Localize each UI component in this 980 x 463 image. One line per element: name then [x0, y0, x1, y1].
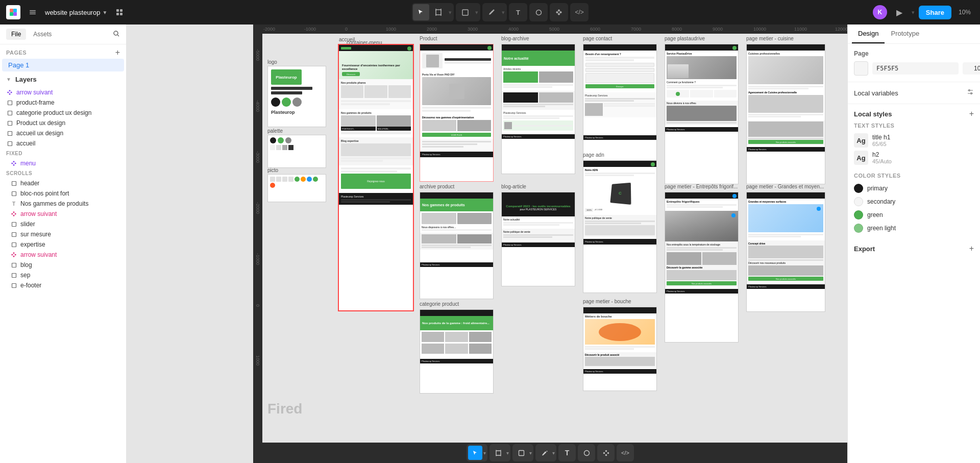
blog-article-label: blog-article — [501, 184, 526, 189]
canvas[interactable]: -2000 -1000 0 1000 2000 3000 4000 5000 6… — [127, 25, 847, 463]
page-metier-cuisine-frame[interactable]: Cuisines professionnelles Agencement de … — [746, 44, 825, 184]
svg-rect-2 — [10, 12, 13, 16]
archive-product-frame[interactable]: Nos gammes de produits Nous disposons à … — [420, 192, 494, 299]
page-opacity-input[interactable] — [963, 62, 980, 75]
layer-name: bloc-nos point fort — [20, 190, 69, 197]
tab-prototype[interactable]: Prototype — [885, 25, 925, 43]
text-icon: T — [10, 200, 17, 207]
layer-name: sep — [20, 272, 30, 279]
canvas-viewport[interactable]: Fired container-menu logo Plasteurop — [262, 34, 847, 443]
pages-title: Pages — [6, 50, 27, 56]
rect-tool-btn[interactable] — [514, 446, 528, 460]
layer-categorie-product[interactable]: categorie product ux design — [0, 108, 126, 118]
picto-frame[interactable] — [267, 174, 326, 202]
play-button[interactable]: ▶ — [891, 4, 908, 20]
blog-article-frame[interactable]: Comparatif 2023 : les outils incontourna… — [501, 192, 575, 286]
rect-tool[interactable] — [457, 4, 473, 20]
layer-nos-gammes[interactable]: T Nos gammes de produits — [0, 199, 126, 209]
layers-collapse[interactable]: ▼ — [6, 77, 11, 82]
frame-icon — [10, 282, 17, 289]
components-tool-btn[interactable] — [599, 446, 613, 460]
page-adn-frame[interactable]: Notre ADN C 100% — [583, 160, 657, 293]
picto-frame-group: picto — [267, 167, 326, 202]
page-metier-bouche-frame[interactable]: Métiers de bouche Découvrir le produit a… — [583, 307, 657, 391]
frame-tool-btn[interactable] — [491, 446, 505, 460]
layer-arrow-3[interactable]: arrow suivant — [0, 250, 126, 260]
text-style-info-h2: h2 45/Auto — [872, 151, 974, 164]
page-metier-grandes-frame[interactable]: Grandes et moyennes surfaces Concept dri… — [746, 192, 825, 312]
add-page-button[interactable]: + — [115, 48, 120, 57]
svg-rect-24 — [8, 131, 12, 135]
cursor-tool-btn[interactable] — [468, 446, 482, 460]
svg-text:0: 0 — [255, 304, 260, 307]
layout-toggle[interactable] — [111, 4, 128, 20]
logo-frame[interactable]: Plasteurop Plasteurop — [267, 66, 326, 127]
palette-frame[interactable] — [267, 135, 326, 168]
blog-archive-frame[interactable]: Notre actualité Articles récents — [501, 44, 575, 174]
layer-product-frame[interactable]: product-frame — [0, 98, 126, 108]
avatar[interactable]: K — [873, 5, 887, 19]
text-style-detail-h1: 65/65 — [872, 141, 974, 147]
svg-rect-10 — [120, 13, 122, 15]
tab-assets[interactable]: Assets — [28, 29, 57, 40]
frame-tool[interactable] — [430, 4, 447, 20]
file-name[interactable]: website plasteurop ▼ — [45, 9, 107, 16]
layer-footer[interactable]: e-footer — [0, 280, 126, 290]
layer-blog[interactable]: blog — [0, 260, 126, 270]
layer-header[interactable]: header — [0, 178, 126, 188]
page-plastaudrive-frame[interactable]: Service PlastauDrive Comment ça fonction… — [665, 44, 739, 184]
color-style-primary[interactable]: primary — [854, 182, 974, 195]
layer-name: slider — [20, 221, 35, 228]
page-metier-entrepots-frame[interactable]: Entrepôts frigorifiques Nos entrepôts so… — [665, 192, 739, 343]
layer-accueil[interactable]: accueil — [0, 138, 126, 149]
text-tool[interactable]: T — [510, 4, 526, 20]
code-tool-group: </> — [617, 444, 634, 461]
color-circle-secondary — [854, 197, 863, 206]
color-style-green[interactable]: green — [854, 208, 974, 222]
page-color-input[interactable] — [872, 62, 959, 75]
accueil-frame[interactable]: Fournisseur d'enceintes isothermes par e… — [339, 45, 413, 310]
page-color-swatch[interactable] — [854, 61, 868, 76]
categorie-product-frame[interactable]: Nos produits de la gamme : froid aliment… — [420, 309, 494, 394]
product-frame[interactable]: Porta Vis et Vison PAD DIY Découvrez nos… — [420, 44, 494, 182]
layer-product-ux[interactable]: Product ux design — [0, 118, 126, 128]
page-plastaudrive-group: page plastaudrive Service PlastauDrive C… — [665, 44, 739, 184]
select-tool[interactable] — [413, 4, 429, 20]
layer-menu[interactable]: menu — [0, 158, 126, 168]
add-export-button[interactable]: + — [969, 244, 974, 253]
adjust-icon[interactable] — [967, 88, 974, 98]
text-style-h2[interactable]: Ag h2 45/Auto — [854, 149, 974, 166]
component-icon — [10, 251, 17, 258]
accueil-frame-group[interactable]: accueil Fournisseur d'enceintes isotherm… — [338, 44, 414, 311]
color-style-green-light[interactable]: green light — [854, 222, 974, 235]
menu-button[interactable] — [24, 4, 41, 20]
layer-sep[interactable]: sep — [0, 270, 126, 280]
pen-tool[interactable] — [483, 4, 500, 20]
pen-tool-group: ▾ — [535, 444, 556, 461]
layer-expertise[interactable]: expertise — [0, 239, 126, 250]
text-style-h1[interactable]: Ag title h1 65/65 — [854, 132, 974, 149]
text-tool-btn[interactable]: T — [560, 446, 574, 460]
topbar-right: K ▶ ▾ Share 10% — [873, 4, 974, 20]
ellipse-tool[interactable] — [530, 4, 547, 20]
layer-arrow-2[interactable]: arrow suivant — [0, 209, 126, 219]
code-tool-btn[interactable]: </> — [618, 446, 632, 460]
component-tool[interactable] — [551, 4, 567, 20]
layer-slider[interactable]: slider — [0, 219, 126, 229]
layer-arrow-suivant-1[interactable]: arrow suivant — [0, 87, 126, 98]
color-style-secondary[interactable]: secondary — [854, 195, 974, 208]
search-icon[interactable] — [113, 30, 120, 39]
tab-file[interactable]: File — [6, 29, 26, 40]
tab-design[interactable]: Design — [852, 25, 885, 43]
ellipse-tool-btn[interactable] — [579, 446, 594, 460]
layer-accueil-ux[interactable]: accueil ux design — [0, 128, 126, 138]
group-fixed: FIXED — [0, 149, 126, 158]
share-button[interactable]: Share — [919, 6, 951, 19]
page-item-1[interactable]: Page 1 — [2, 59, 124, 71]
code-tool[interactable]: </> — [571, 4, 587, 20]
pen-tool-btn[interactable] — [537, 446, 551, 460]
add-style-button[interactable]: + — [969, 109, 974, 118]
layer-bloc-nos[interactable]: bloc-nos point fort — [0, 188, 126, 199]
zoom-display[interactable]: 10% — [955, 9, 974, 16]
layer-sur-mesure[interactable]: sur mesure — [0, 229, 126, 239]
